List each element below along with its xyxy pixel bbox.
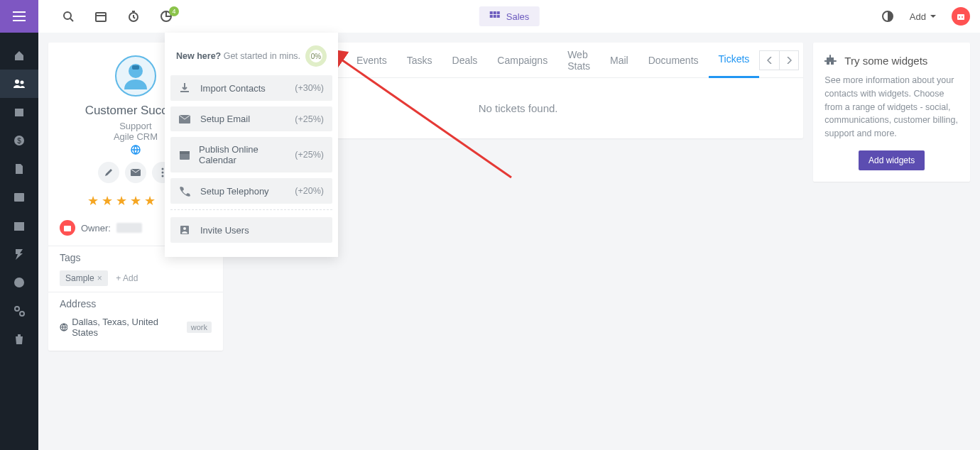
svg-point-22	[15, 307, 19, 311]
sidebar-item-forms[interactable]	[0, 183, 38, 212]
dropdown-item-setup-email[interactable]: Setup Email (+25%)	[170, 106, 332, 131]
sidebar-item-companies[interactable]	[0, 98, 38, 126]
dropdown-item-pct: (+20%)	[295, 186, 324, 196]
edit-button[interactable]	[98, 162, 119, 183]
dropdown-header: New here? Get started in mins. 0%	[170, 41, 332, 75]
tab-web-stats[interactable]: Web Stats	[557, 43, 600, 78]
sidebar-item-deals[interactable]: $	[0, 126, 38, 155]
sidebar: $	[0, 33, 38, 450]
tab-deals[interactable]: Deals	[442, 43, 488, 78]
progress-ring: 0%	[305, 45, 327, 67]
sidebar-item-activities[interactable]	[0, 240, 38, 268]
tab-campaigns[interactable]: Campaigns	[487, 43, 557, 78]
svg-rect-5	[494, 11, 496, 14]
svg-rect-16	[15, 109, 23, 116]
dropdown-item-pct: (+25%)	[295, 114, 324, 124]
widgets-title-row: Try some widgets	[824, 54, 959, 67]
tab-mail[interactable]: Mail	[600, 43, 638, 78]
sidebar-item-settings[interactable]	[0, 297, 38, 325]
tab-documents[interactable]: Documents	[638, 43, 709, 78]
email-button[interactable]	[125, 162, 146, 183]
address-type: work	[187, 322, 212, 333]
address-row: Dallas, Texas, United States work	[60, 317, 212, 338]
svg-point-38	[183, 227, 186, 230]
svg-rect-9	[497, 15, 500, 18]
sales-switcher[interactable]: Sales	[479, 6, 540, 26]
search-icon[interactable]	[62, 11, 74, 22]
svg-point-30	[161, 172, 163, 174]
sidebar-item-trash[interactable]	[0, 325, 38, 353]
hamburger-menu[interactable]	[0, 0, 38, 33]
svg-rect-26	[132, 65, 139, 70]
tab-tasks[interactable]: Tasks	[397, 43, 442, 78]
tab-prev-button[interactable]	[759, 50, 779, 70]
dropdown-item-setup-telephony[interactable]: Setup Telephony (+20%)	[170, 178, 332, 204]
tab-next-button[interactable]	[779, 50, 799, 70]
star-icon: ★	[116, 193, 127, 209]
svg-rect-19	[14, 193, 24, 202]
progress-pie-icon[interactable]: 4	[160, 11, 172, 22]
topbar: 4 Sales Add	[38, 0, 980, 33]
calendar-icon	[179, 149, 190, 160]
robot-icon	[955, 11, 967, 22]
tag-text: Sample	[65, 273, 94, 283]
tag-remove-icon[interactable]: ×	[97, 273, 102, 283]
hamburger-icon	[13, 11, 26, 21]
svg-rect-4	[490, 11, 493, 14]
timer-icon[interactable]	[128, 11, 139, 22]
progress-value: 0%	[311, 53, 321, 60]
sidebar-item-contacts[interactable]	[0, 70, 38, 98]
svg-point-31	[161, 175, 163, 177]
svg-point-14	[15, 79, 19, 84]
tab-tickets[interactable]: Tickets	[709, 43, 760, 78]
owner-avatar	[60, 220, 75, 236]
widgets-title: Try some widgets	[844, 55, 927, 67]
svg-rect-20	[14, 222, 24, 231]
address-value: Dallas, Texas, United States	[72, 317, 179, 338]
dropdown-item-import-contacts[interactable]: Import Contacts (+30%)	[170, 75, 332, 101]
dropdown-item-pct: (+30%)	[295, 83, 324, 93]
svg-point-12	[959, 16, 960, 18]
svg-rect-1	[96, 13, 106, 21]
dropdown-item-publish-calendar[interactable]: Publish Online Calendar (+25%)	[170, 137, 332, 172]
dropdown-item-label: Setup Telephony	[200, 186, 269, 197]
widgets-text: See more information about your contacts…	[824, 74, 959, 141]
add-label: Add	[910, 11, 926, 22]
tab-events[interactable]: Events	[347, 43, 397, 78]
dropdown-item-pct: (+25%)	[295, 150, 324, 160]
svg-rect-7	[490, 15, 493, 18]
star-icon: ★	[144, 193, 156, 209]
add-menu[interactable]: Add	[910, 11, 936, 22]
sidebar-item-home[interactable]	[0, 41, 38, 70]
svg-rect-8	[494, 15, 496, 18]
download-icon	[179, 82, 192, 94]
sidebar-item-reports[interactable]	[0, 268, 38, 297]
add-widgets-button[interactable]: Add widgets	[859, 150, 925, 170]
sidebar-item-calendar[interactable]	[0, 212, 38, 240]
top-icon-group: 4	[62, 11, 172, 22]
calendar-icon[interactable]	[95, 11, 107, 22]
svg-point-21	[14, 278, 24, 287]
user-avatar[interactable]	[952, 7, 970, 26]
owner-label: Owner:	[81, 223, 111, 234]
pie-badge: 4	[169, 6, 179, 16]
star-icon: ★	[130, 193, 141, 209]
svg-rect-6	[497, 11, 500, 14]
dropdown-item-label: Publish Online Calendar	[199, 144, 286, 165]
svg-rect-11	[957, 14, 964, 20]
dropdown-item-invite-users[interactable]: Invite Users	[170, 217, 332, 243]
sales-label: Sales	[506, 11, 530, 22]
dropdown-item-label: Setup Email	[200, 114, 250, 124]
dropdown-item-label: Invite Users	[200, 225, 249, 236]
contrast-icon[interactable]	[881, 10, 894, 23]
tag-chip[interactable]: Sample ×	[60, 270, 108, 286]
svg-text:$: $	[17, 137, 21, 145]
sidebar-item-documents[interactable]	[0, 155, 38, 183]
star-icon: ★	[102, 193, 113, 209]
tags-row: Sample × + Add	[60, 270, 212, 286]
svg-rect-36	[180, 151, 190, 154]
grid-icon	[489, 11, 501, 22]
add-tag-button[interactable]: + Add	[116, 273, 138, 283]
chevron-down-icon	[930, 15, 936, 18]
svg-point-0	[64, 12, 71, 19]
